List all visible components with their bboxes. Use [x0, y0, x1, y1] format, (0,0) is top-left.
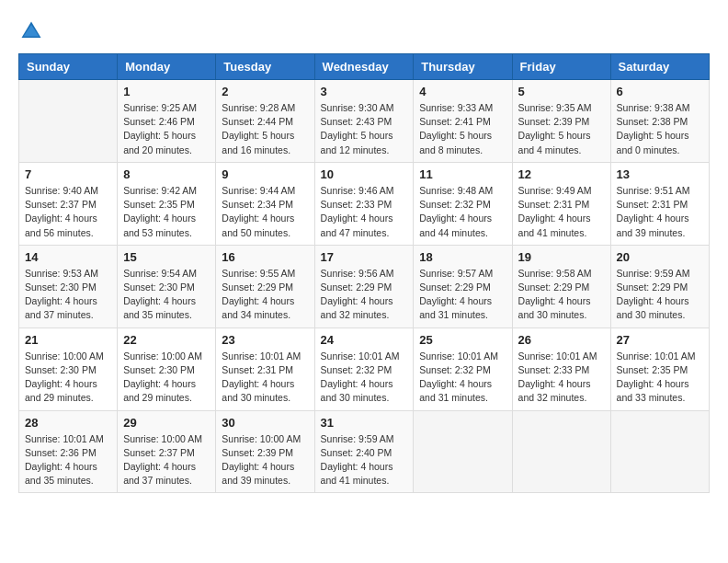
day-number: 14 — [25, 250, 111, 264]
day-number: 6 — [617, 85, 703, 98]
calendar-week-row: 1Sunrise: 9:25 AM Sunset: 2:46 PM Daylig… — [19, 80, 710, 163]
day-info: Sunrise: 9:59 AM Sunset: 2:29 PM Dayligh… — [617, 267, 703, 323]
calendar-cell: 26Sunrise: 10:01 AM Sunset: 2:33 PM Dayl… — [512, 327, 610, 410]
day-number: 25 — [419, 333, 506, 347]
day-info: Sunrise: 10:01 AM Sunset: 2:32 PM Daylig… — [321, 350, 408, 406]
day-info: Sunrise: 9:33 AM Sunset: 2:41 PM Dayligh… — [419, 101, 506, 157]
calendar-cell: 20Sunrise: 9:59 AM Sunset: 2:29 PM Dayli… — [610, 245, 709, 327]
day-number: 18 — [419, 250, 506, 264]
column-header-tuesday: Tuesday — [216, 54, 314, 80]
day-info: Sunrise: 9:55 AM Sunset: 2:29 PM Dayligh… — [222, 267, 308, 323]
calendar-cell: 25Sunrise: 10:01 AM Sunset: 2:32 PM Dayl… — [414, 327, 512, 410]
day-info: Sunrise: 9:40 AM Sunset: 2:37 PM Dayligh… — [25, 184, 111, 240]
column-header-thursday: Thursday — [414, 54, 512, 80]
day-info: Sunrise: 9:42 AM Sunset: 2:35 PM Dayligh… — [123, 184, 210, 240]
day-number: 17 — [321, 250, 408, 264]
day-number: 26 — [518, 333, 605, 347]
day-number: 13 — [617, 167, 703, 181]
calendar-week-row: 21Sunrise: 10:00 AM Sunset: 2:30 PM Dayl… — [19, 327, 710, 410]
day-info: Sunrise: 9:28 AM Sunset: 2:44 PM Dayligh… — [222, 101, 308, 157]
day-number: 9 — [222, 167, 308, 181]
calendar-cell — [414, 410, 512, 493]
calendar-cell: 14Sunrise: 9:53 AM Sunset: 2:30 PM Dayli… — [19, 245, 118, 327]
day-info: Sunrise: 10:00 AM Sunset: 2:30 PM Daylig… — [123, 350, 210, 406]
day-number: 3 — [321, 85, 408, 98]
day-number: 1 — [123, 85, 210, 98]
column-header-saturday: Saturday — [610, 54, 709, 80]
day-info: Sunrise: 9:54 AM Sunset: 2:30 PM Dayligh… — [123, 267, 210, 323]
calendar-cell: 22Sunrise: 10:00 AM Sunset: 2:30 PM Dayl… — [118, 327, 216, 410]
day-info: Sunrise: 9:48 AM Sunset: 2:32 PM Dayligh… — [419, 184, 506, 240]
day-info: Sunrise: 9:57 AM Sunset: 2:29 PM Dayligh… — [419, 267, 506, 323]
day-info: Sunrise: 10:01 AM Sunset: 2:32 PM Daylig… — [419, 350, 506, 406]
day-number: 27 — [617, 333, 703, 347]
calendar-cell: 29Sunrise: 10:00 AM Sunset: 2:37 PM Dayl… — [118, 410, 216, 493]
day-number: 19 — [518, 250, 605, 264]
calendar-cell: 18Sunrise: 9:57 AM Sunset: 2:29 PM Dayli… — [414, 245, 512, 327]
day-info: Sunrise: 9:44 AM Sunset: 2:34 PM Dayligh… — [222, 184, 308, 240]
calendar-cell: 3Sunrise: 9:30 AM Sunset: 2:43 PM Daylig… — [314, 80, 414, 163]
calendar-cell — [19, 80, 118, 163]
calendar-cell: 16Sunrise: 9:55 AM Sunset: 2:29 PM Dayli… — [216, 245, 314, 327]
calendar-cell: 8Sunrise: 9:42 AM Sunset: 2:35 PM Daylig… — [118, 162, 216, 245]
calendar-cell: 12Sunrise: 9:49 AM Sunset: 2:31 PM Dayli… — [512, 162, 610, 245]
day-number: 11 — [419, 167, 506, 181]
calendar-cell: 23Sunrise: 10:01 AM Sunset: 2:31 PM Dayl… — [216, 327, 314, 410]
calendar-cell: 11Sunrise: 9:48 AM Sunset: 2:32 PM Dayli… — [414, 162, 512, 245]
day-info: Sunrise: 9:46 AM Sunset: 2:33 PM Dayligh… — [321, 184, 408, 240]
day-number: 4 — [419, 85, 506, 98]
calendar-cell: 15Sunrise: 9:54 AM Sunset: 2:30 PM Dayli… — [118, 245, 216, 327]
page-header — [18, 18, 710, 44]
day-number: 21 — [25, 333, 111, 347]
day-number: 5 — [518, 85, 605, 98]
calendar-cell: 21Sunrise: 10:00 AM Sunset: 2:30 PM Dayl… — [19, 327, 118, 410]
calendar-cell: 4Sunrise: 9:33 AM Sunset: 2:41 PM Daylig… — [414, 80, 512, 163]
day-info: Sunrise: 9:49 AM Sunset: 2:31 PM Dayligh… — [518, 184, 605, 240]
day-number: 24 — [321, 333, 408, 347]
day-number: 22 — [123, 333, 210, 347]
day-info: Sunrise: 10:01 AM Sunset: 2:31 PM Daylig… — [222, 350, 308, 406]
day-info: Sunrise: 10:00 AM Sunset: 2:30 PM Daylig… — [25, 350, 111, 406]
calendar-week-row: 14Sunrise: 9:53 AM Sunset: 2:30 PM Dayli… — [19, 245, 710, 327]
day-info: Sunrise: 10:01 AM Sunset: 2:35 PM Daylig… — [617, 350, 703, 406]
day-number: 12 — [518, 167, 605, 181]
calendar-cell: 28Sunrise: 10:01 AM Sunset: 2:36 PM Dayl… — [19, 410, 118, 493]
logo-icon — [18, 18, 44, 44]
calendar-body: 1Sunrise: 9:25 AM Sunset: 2:46 PM Daylig… — [19, 80, 710, 493]
day-number: 16 — [222, 250, 308, 264]
day-info: Sunrise: 9:25 AM Sunset: 2:46 PM Dayligh… — [123, 101, 210, 157]
day-number: 29 — [123, 416, 210, 430]
calendar-cell: 27Sunrise: 10:01 AM Sunset: 2:35 PM Dayl… — [610, 327, 709, 410]
calendar-table: SundayMondayTuesdayWednesdayThursdayFrid… — [18, 53, 710, 493]
calendar-cell: 10Sunrise: 9:46 AM Sunset: 2:33 PM Dayli… — [314, 162, 414, 245]
day-info: Sunrise: 9:56 AM Sunset: 2:29 PM Dayligh… — [321, 267, 408, 323]
day-info: Sunrise: 9:30 AM Sunset: 2:43 PM Dayligh… — [321, 101, 408, 157]
day-info: Sunrise: 9:35 AM Sunset: 2:39 PM Dayligh… — [518, 101, 605, 157]
day-info: Sunrise: 9:51 AM Sunset: 2:31 PM Dayligh… — [617, 184, 703, 240]
day-number: 8 — [123, 167, 210, 181]
calendar-cell: 1Sunrise: 9:25 AM Sunset: 2:46 PM Daylig… — [118, 80, 216, 163]
calendar-cell — [610, 410, 709, 493]
calendar-cell: 5Sunrise: 9:35 AM Sunset: 2:39 PM Daylig… — [512, 80, 610, 163]
calendar-cell: 7Sunrise: 9:40 AM Sunset: 2:37 PM Daylig… — [19, 162, 118, 245]
calendar-cell: 2Sunrise: 9:28 AM Sunset: 2:44 PM Daylig… — [216, 80, 314, 163]
calendar-cell: 9Sunrise: 9:44 AM Sunset: 2:34 PM Daylig… — [216, 162, 314, 245]
day-info: Sunrise: 9:59 AM Sunset: 2:40 PM Dayligh… — [321, 432, 408, 488]
day-number: 23 — [222, 333, 308, 347]
calendar-cell — [512, 410, 610, 493]
column-header-sunday: Sunday — [19, 54, 118, 80]
day-info: Sunrise: 9:38 AM Sunset: 2:38 PM Dayligh… — [617, 101, 703, 157]
day-number: 30 — [222, 416, 308, 430]
day-info: Sunrise: 10:00 AM Sunset: 2:37 PM Daylig… — [123, 432, 210, 488]
day-info: Sunrise: 10:01 AM Sunset: 2:33 PM Daylig… — [518, 350, 605, 406]
day-number: 7 — [25, 167, 111, 181]
calendar-cell: 19Sunrise: 9:58 AM Sunset: 2:29 PM Dayli… — [512, 245, 610, 327]
calendar-week-row: 28Sunrise: 10:01 AM Sunset: 2:36 PM Dayl… — [19, 410, 710, 493]
day-info: Sunrise: 9:58 AM Sunset: 2:29 PM Dayligh… — [518, 267, 605, 323]
calendar-cell: 30Sunrise: 10:00 AM Sunset: 2:39 PM Dayl… — [216, 410, 314, 493]
day-info: Sunrise: 10:00 AM Sunset: 2:39 PM Daylig… — [222, 432, 308, 488]
day-number: 10 — [321, 167, 408, 181]
day-info: Sunrise: 9:53 AM Sunset: 2:30 PM Dayligh… — [25, 267, 111, 323]
calendar-cell: 6Sunrise: 9:38 AM Sunset: 2:38 PM Daylig… — [610, 80, 709, 163]
day-number: 28 — [25, 416, 111, 430]
